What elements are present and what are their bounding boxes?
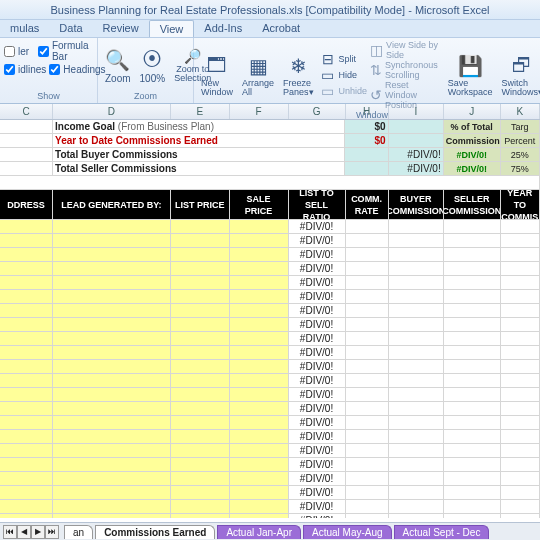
- ribbon-tab-view[interactable]: View: [149, 20, 195, 37]
- table-cell[interactable]: #DIV/0!: [289, 514, 346, 518]
- table-cell[interactable]: #DIV/0!: [289, 430, 346, 444]
- chk-ruler[interactable]: ler Formula Bar: [4, 40, 93, 62]
- table-cell[interactable]: [171, 318, 230, 332]
- table-cell[interactable]: [230, 500, 289, 514]
- table-cell[interactable]: [230, 332, 289, 346]
- table-cell[interactable]: [53, 318, 171, 332]
- table-cell[interactable]: [501, 444, 540, 458]
- table-cell[interactable]: [171, 472, 230, 486]
- table-cell[interactable]: [501, 472, 540, 486]
- table-cell[interactable]: [53, 220, 171, 234]
- table-cell[interactable]: [444, 360, 501, 374]
- table-cell[interactable]: [389, 318, 444, 332]
- table-cell[interactable]: [53, 234, 171, 248]
- table-cell[interactable]: [230, 248, 289, 262]
- table-cell[interactable]: [346, 514, 389, 518]
- table-cell[interactable]: [171, 500, 230, 514]
- view-side-button[interactable]: ◫View Side by Side: [370, 40, 442, 60]
- worksheet[interactable]: Income Goal (From Business Plan)$0% of T…: [0, 120, 540, 518]
- table-cell[interactable]: [53, 416, 171, 430]
- table-cell[interactable]: [501, 500, 540, 514]
- table-row[interactable]: #DIV/0!: [0, 304, 540, 318]
- table-cell[interactable]: [230, 304, 289, 318]
- table-cell[interactable]: [230, 276, 289, 290]
- table-cell[interactable]: [346, 304, 389, 318]
- table-cell[interactable]: [501, 290, 540, 304]
- table-cell[interactable]: #DIV/0!: [289, 332, 346, 346]
- table-cell[interactable]: [501, 248, 540, 262]
- table-cell[interactable]: [501, 220, 540, 234]
- zoom-button[interactable]: 🔍Zoom: [102, 47, 134, 85]
- table-cell[interactable]: [0, 374, 53, 388]
- table-cell[interactable]: [501, 388, 540, 402]
- table-cell[interactable]: [53, 248, 171, 262]
- col-J[interactable]: J: [444, 104, 501, 119]
- table-row[interactable]: #DIV/0!: [0, 500, 540, 514]
- table-cell[interactable]: [53, 388, 171, 402]
- table-cell[interactable]: [0, 262, 53, 276]
- table-cell[interactable]: [444, 304, 501, 318]
- table-row[interactable]: #DIV/0!: [0, 346, 540, 360]
- table-cell[interactable]: [346, 360, 389, 374]
- table-cell[interactable]: #DIV/0!: [289, 472, 346, 486]
- table-cell[interactable]: [444, 388, 501, 402]
- table-cell[interactable]: [171, 430, 230, 444]
- hide-button[interactable]: ▭Hide: [320, 67, 368, 83]
- table-cell[interactable]: [389, 248, 444, 262]
- table-cell[interactable]: [53, 304, 171, 318]
- table-cell[interactable]: [389, 332, 444, 346]
- new-window-button[interactable]: 🗔NewWindow: [198, 53, 236, 98]
- table-cell[interactable]: [501, 262, 540, 276]
- table-cell[interactable]: [53, 346, 171, 360]
- table-cell[interactable]: [346, 374, 389, 388]
- table-cell[interactable]: [501, 486, 540, 500]
- table-cell[interactable]: #DIV/0!: [289, 262, 346, 276]
- table-cell[interactable]: [171, 374, 230, 388]
- table-cell[interactable]: [389, 514, 444, 518]
- table-cell[interactable]: [53, 374, 171, 388]
- table-row[interactable]: #DIV/0!: [0, 430, 540, 444]
- table-cell[interactable]: [501, 374, 540, 388]
- table-cell[interactable]: [230, 374, 289, 388]
- table-cell[interactable]: [0, 304, 53, 318]
- table-cell[interactable]: #DIV/0!: [289, 402, 346, 416]
- table-cell[interactable]: #DIV/0!: [289, 304, 346, 318]
- table-cell[interactable]: [346, 318, 389, 332]
- table-cell[interactable]: [444, 332, 501, 346]
- table-cell[interactable]: [0, 500, 53, 514]
- table-cell[interactable]: [171, 416, 230, 430]
- table-row[interactable]: #DIV/0!: [0, 360, 540, 374]
- table-cell[interactable]: [346, 262, 389, 276]
- table-cell[interactable]: [346, 290, 389, 304]
- table-cell[interactable]: [0, 360, 53, 374]
- table-cell[interactable]: [53, 276, 171, 290]
- arrange-all-button[interactable]: ▦ArrangeAll: [239, 53, 277, 98]
- table-cell[interactable]: #DIV/0!: [289, 346, 346, 360]
- table-cell[interactable]: [0, 444, 53, 458]
- table-cell[interactable]: [230, 234, 289, 248]
- table-cell[interactable]: [444, 430, 501, 444]
- chk-gridlines[interactable]: idlines Headings: [4, 64, 106, 75]
- col-G[interactable]: G: [289, 104, 346, 119]
- switch-windows-button[interactable]: 🗗SwitchWindows▾: [499, 53, 540, 98]
- table-cell[interactable]: [230, 388, 289, 402]
- table-cell[interactable]: [0, 430, 53, 444]
- table-cell[interactable]: [0, 458, 53, 472]
- save-workspace-button[interactable]: 💾SaveWorkspace: [445, 53, 496, 98]
- table-cell[interactable]: [0, 416, 53, 430]
- table-cell[interactable]: #DIV/0!: [289, 458, 346, 472]
- table-cell[interactable]: [230, 402, 289, 416]
- table-cell[interactable]: [501, 514, 540, 518]
- table-cell[interactable]: [0, 276, 53, 290]
- freeze-panes-button[interactable]: ❄FreezePanes▾: [280, 53, 317, 98]
- table-cell[interactable]: [346, 430, 389, 444]
- table-cell[interactable]: [53, 514, 171, 518]
- sheet-tab[interactable]: Commissions Earned: [95, 525, 215, 539]
- table-cell[interactable]: [53, 444, 171, 458]
- table-cell[interactable]: [346, 248, 389, 262]
- table-row[interactable]: #DIV/0!: [0, 276, 540, 290]
- table-cell[interactable]: [230, 416, 289, 430]
- table-cell[interactable]: #DIV/0!: [289, 248, 346, 262]
- table-cell[interactable]: [389, 416, 444, 430]
- table-cell[interactable]: [171, 220, 230, 234]
